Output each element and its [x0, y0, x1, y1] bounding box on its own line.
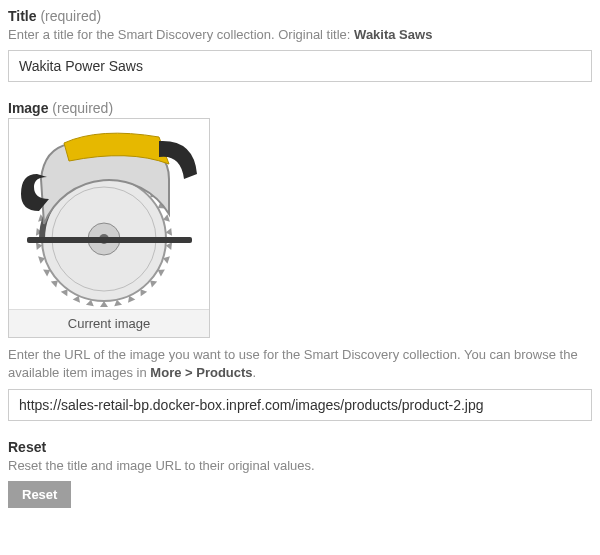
title-required-text: (required): [40, 8, 101, 24]
svg-rect-4: [27, 237, 192, 243]
title-label: Title (required): [8, 8, 592, 24]
reset-section: Reset Reset the title and image URL to t…: [8, 439, 592, 508]
title-original: Wakita Saws: [354, 27, 432, 42]
reset-button[interactable]: Reset: [8, 481, 71, 508]
image-caption: Current image: [9, 309, 209, 337]
circular-saw-icon: [9, 119, 209, 309]
image-helper-suffix: .: [253, 365, 257, 380]
image-preview: [9, 119, 209, 309]
image-label: Image (required): [8, 100, 592, 116]
image-helper: Enter the URL of the image you want to u…: [8, 346, 592, 382]
title-helper: Enter a title for the Smart Discovery co…: [8, 26, 592, 44]
title-helper-prefix: Enter a title for the Smart Discovery co…: [8, 27, 350, 42]
reset-helper: Reset the title and image URL to their o…: [8, 457, 592, 475]
title-section: Title (required) Enter a title for the S…: [8, 8, 592, 82]
image-url-input[interactable]: [8, 389, 592, 421]
title-label-text: Title: [8, 8, 37, 24]
image-helper-prefix: Enter the URL of the image you want to u…: [8, 347, 578, 380]
image-preview-box: Current image: [8, 118, 210, 338]
reset-label-text: Reset: [8, 439, 46, 455]
reset-label: Reset: [8, 439, 592, 455]
image-helper-strong: More > Products: [150, 365, 252, 380]
image-section: Image (required): [8, 100, 592, 420]
image-required-text: (required): [52, 100, 113, 116]
title-input[interactable]: [8, 50, 592, 82]
image-label-text: Image: [8, 100, 48, 116]
